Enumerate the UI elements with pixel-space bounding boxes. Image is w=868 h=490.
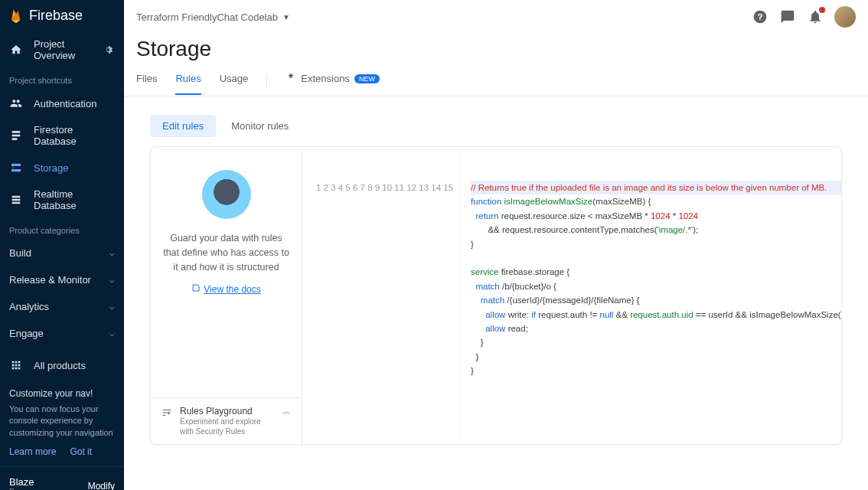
chevron-down-icon: ⌵ xyxy=(109,328,115,338)
chevron-down-icon: ⌵ xyxy=(109,275,115,285)
rules-playground-toggle[interactable]: Rules Playground Experiment and explore … xyxy=(151,397,302,444)
chevron-up-icon: ︿ xyxy=(282,406,291,417)
grid-icon xyxy=(9,358,23,372)
tab-rules[interactable]: Rules xyxy=(175,73,201,95)
docs-icon xyxy=(191,283,201,295)
project-selector[interactable]: Terraform FriendlyChat Codelab ▼ xyxy=(136,11,290,23)
code-editor[interactable]: 1 2 3 4 5 6 7 8 9 10 11 12 13 14 15 // R… xyxy=(302,147,841,444)
notifications-icon[interactable] xyxy=(807,8,824,25)
svg-text:?: ? xyxy=(757,11,762,21)
sidebar-item-overview[interactable]: Project Overview xyxy=(0,31,101,68)
category-engage[interactable]: Engage⌵ xyxy=(0,320,124,347)
modify-button[interactable]: Modify xyxy=(88,481,115,490)
learn-more-link[interactable]: Learn more xyxy=(9,446,56,457)
caret-down-icon: ▼ xyxy=(282,13,290,21)
tab-extensions[interactable]: Extensions NEW xyxy=(286,72,380,96)
topbar: Terraform FriendlyChat Codelab ▼ ? xyxy=(124,0,868,34)
tab-divider xyxy=(266,74,267,87)
customize-nav-box: Customize your nav! You can now focus yo… xyxy=(0,379,124,466)
editor-panel: Guard your data with rules that define w… xyxy=(150,146,842,445)
sidebar-item-realtime-db[interactable]: Realtime Database xyxy=(0,181,124,218)
got-it-link[interactable]: Got it xyxy=(70,446,92,457)
help-icon[interactable]: ? xyxy=(752,8,768,25)
chevron-down-icon: ⌵ xyxy=(109,302,115,312)
playground-title: Rules Playground xyxy=(180,406,275,416)
content: Edit rules Monitor rules Guard your data… xyxy=(124,96,868,490)
main: Terraform FriendlyChat Codelab ▼ ? Stora… xyxy=(124,0,868,490)
page-title: Storage xyxy=(124,34,868,61)
line-gutter: 1 2 3 4 5 6 7 8 9 10 11 12 13 14 15 xyxy=(302,147,460,444)
firebase-brand[interactable]: Firebase xyxy=(0,0,124,31)
sidebar-item-label: Storage xyxy=(34,162,69,174)
sidebar-item-all-products[interactable]: All products xyxy=(0,351,124,379)
home-icon xyxy=(9,43,23,57)
new-badge: NEW xyxy=(354,74,380,83)
category-build[interactable]: Build⌵ xyxy=(0,240,124,266)
tab-usage[interactable]: Usage xyxy=(220,73,249,95)
people-icon xyxy=(9,96,23,110)
sidebar-item-storage[interactable]: Storage xyxy=(0,154,124,181)
view-docs-link[interactable]: View the docs xyxy=(191,283,261,295)
category-release-monitor[interactable]: Release & Monitor⌵ xyxy=(0,266,124,293)
storage-icon xyxy=(9,161,23,175)
sidebar-item-label: All products xyxy=(34,360,86,371)
sidebar: Firebase Project Overview Project shortc… xyxy=(0,0,124,490)
extensions-icon xyxy=(286,72,296,85)
firebase-logo-icon xyxy=(9,9,23,23)
feedback-icon[interactable] xyxy=(779,8,796,25)
sidebar-item-label: Project Overview xyxy=(34,38,92,61)
tabs: Files Rules Usage Extensions NEW xyxy=(124,61,868,96)
shortcuts-label: Project shortcuts xyxy=(0,68,124,90)
brand-text: Firebase xyxy=(29,8,83,24)
sidebar-item-label: Realtime Database xyxy=(34,188,115,211)
tune-icon xyxy=(162,407,172,421)
project-name: Terraform FriendlyChat Codelab xyxy=(136,11,278,23)
sidebar-item-firestore[interactable]: Firestore Database xyxy=(0,117,124,154)
tab-files[interactable]: Files xyxy=(136,73,157,95)
sidebar-item-label: Firestore Database xyxy=(34,124,115,147)
database-icon xyxy=(9,193,23,207)
category-analytics[interactable]: Analytics⌵ xyxy=(0,293,124,320)
categories-label: Product categories xyxy=(0,218,124,240)
subtab-monitor-rules[interactable]: Monitor rules xyxy=(219,115,301,137)
sidebar-item-label: Authentication xyxy=(34,98,96,109)
playground-desc: Experiment and explore with Security Rul… xyxy=(180,416,275,436)
guard-text: Guard your data with rules that define w… xyxy=(163,231,289,274)
subtab-edit-rules[interactable]: Edit rules xyxy=(150,115,216,137)
left-pane: Guard your data with rules that define w… xyxy=(151,147,302,444)
customize-title: Customize your nav! xyxy=(9,388,115,399)
avatar[interactable] xyxy=(834,6,856,28)
code-body[interactable]: // Returns true if the uploaded file is … xyxy=(460,147,841,444)
gear-icon[interactable] xyxy=(101,43,115,57)
plan-name: Blaze xyxy=(9,476,57,488)
guard-illustration-icon xyxy=(202,170,251,219)
plan-row: Blaze Pay as you go Modify xyxy=(0,466,124,490)
sidebar-item-authentication[interactable]: Authentication xyxy=(0,90,124,117)
chevron-down-icon: ⌵ xyxy=(109,248,115,258)
firestore-icon xyxy=(9,129,23,142)
notification-dot-icon xyxy=(819,7,825,13)
customize-desc: You can now focus your console experienc… xyxy=(9,403,115,439)
